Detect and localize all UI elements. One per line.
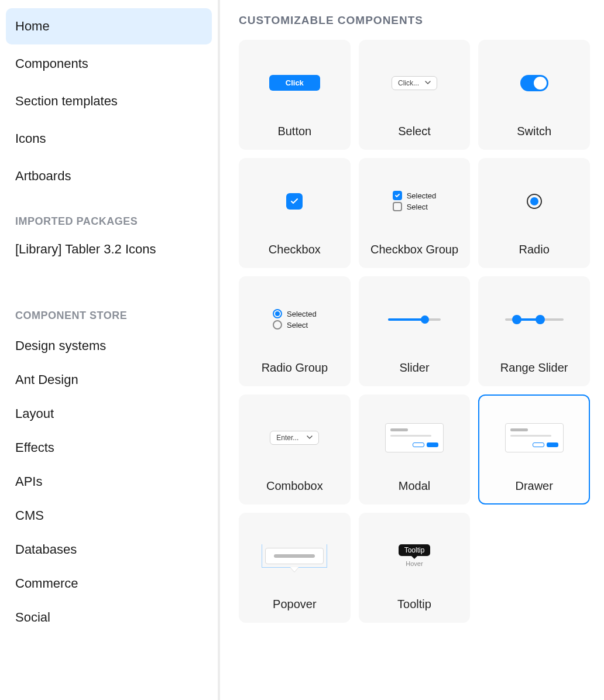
store-label: Ant Design [15, 372, 78, 387]
preview-select-text: Click... [398, 79, 419, 87]
modal-icon [385, 423, 444, 452]
component-card-radio-group[interactable]: Selected Select Radio Group [239, 276, 351, 386]
component-card-button[interactable]: Click Button [239, 40, 351, 150]
store-label: Layout [15, 406, 54, 421]
switch-icon [520, 75, 548, 91]
range-slider-icon [505, 318, 564, 321]
tooltip-bubble: Tooltip [399, 544, 431, 556]
card-label: Slider [399, 361, 429, 375]
card-label: Button [277, 125, 311, 138]
preview-tooltip: Tooltip Hover [360, 514, 469, 598]
checkbox-group-icon: Selected Select [393, 189, 437, 213]
store-layout[interactable]: Layout [6, 397, 212, 431]
card-label: Modal [399, 479, 430, 493]
card-label: Combobox [266, 479, 323, 493]
component-card-switch[interactable]: Switch [478, 40, 590, 150]
preview-checkbox [240, 159, 349, 243]
chevron-down-icon [307, 434, 313, 442]
radio-icon [527, 194, 542, 209]
slider-icon [388, 318, 441, 321]
card-label: Switch [517, 125, 551, 138]
nav-label: Artboards [15, 169, 71, 183]
drawer-icon [505, 423, 564, 452]
checkbox-checked-icon [393, 191, 402, 200]
preview-slider [360, 277, 469, 361]
chevron-down-icon [425, 79, 431, 87]
component-card-drawer[interactable]: Drawer [478, 394, 590, 505]
popover-icon [265, 548, 324, 564]
store-label: CMS [15, 508, 44, 523]
preview-combobox: Enter... [240, 396, 349, 479]
radio-unselected-label: Select [287, 321, 308, 330]
component-card-tooltip[interactable]: Tooltip Hover Tooltip [359, 513, 471, 623]
preview-drawer [479, 396, 589, 479]
main-panel: CUSTOMIZABLE COMPONENTS Click Button Cli… [220, 0, 604, 700]
radio-selected-label: Selected [287, 310, 317, 318]
tooltip-icon: Tooltip Hover [399, 544, 431, 567]
card-label: Radio [519, 243, 550, 256]
component-card-popover[interactable]: Popover [239, 513, 351, 623]
checkbox-unselected-label: Select [407, 203, 428, 211]
nav-home[interactable]: Home [6, 8, 212, 44]
preview-popover [240, 514, 349, 598]
radio-unchecked-icon [273, 320, 282, 330]
component-store-heading: COMPONENT STORE [6, 290, 212, 329]
card-label: Drawer [515, 479, 552, 493]
checkbox-selected-label: Selected [407, 191, 437, 200]
store-label: Social [15, 610, 50, 624]
store-label: Effects [15, 440, 54, 455]
preview-combo-text: Enter... [276, 434, 298, 442]
store-databases[interactable]: Databases [6, 533, 212, 567]
card-label: Checkbox [269, 243, 321, 256]
store-design-systems[interactable]: Design systems [6, 329, 212, 363]
card-label: Select [398, 125, 431, 138]
store-label: APIs [15, 474, 42, 489]
nav-components[interactable]: Components [6, 46, 212, 82]
tooltip-hover-label: Hover [406, 560, 423, 567]
nav-section-templates[interactable]: Section templates [6, 83, 212, 119]
store-ant-design[interactable]: Ant Design [6, 363, 212, 397]
nav-label: Icons [15, 131, 46, 146]
card-label: Radio Group [262, 361, 328, 375]
imported-packages-heading: IMPORTED PACKAGES [6, 195, 212, 235]
card-label: Tooltip [397, 598, 431, 611]
component-card-slider[interactable]: Slider [359, 276, 471, 386]
checkbox-unchecked-icon [393, 202, 402, 211]
nav-label: Home [15, 19, 50, 33]
sidebar: Home Components Section templates Icons … [0, 0, 220, 700]
store-effects[interactable]: Effects [6, 431, 212, 465]
preview-range-slider [479, 277, 589, 361]
preview-radio-group: Selected Select [240, 277, 349, 361]
card-label: Range Slider [500, 361, 568, 375]
component-card-range-slider[interactable]: Range Slider [478, 276, 590, 386]
preview-select-box: Click... [392, 76, 437, 90]
store-commerce[interactable]: Commerce [6, 567, 212, 601]
store-label: Databases [15, 542, 77, 557]
store-label: Commerce [15, 576, 78, 591]
card-label: Checkbox Group [370, 243, 458, 256]
store-apis[interactable]: APIs [6, 465, 212, 499]
nav-artboards[interactable]: Artboards [6, 158, 212, 194]
nav-icons[interactable]: Icons [6, 121, 212, 157]
component-card-select[interactable]: Click... Select [359, 40, 471, 150]
nav-label: Components [15, 56, 88, 71]
nav-label: Section templates [15, 94, 118, 108]
store-social[interactable]: Social [6, 601, 212, 634]
component-card-modal[interactable]: Modal [359, 394, 471, 505]
radio-checked-icon [273, 309, 282, 318]
radio-group-icon: Selected Select [273, 307, 317, 331]
component-card-checkbox-group[interactable]: Selected Select Checkbox Group [359, 158, 471, 268]
store-cms[interactable]: CMS [6, 499, 212, 533]
component-card-checkbox[interactable]: Checkbox [239, 158, 351, 268]
combobox-icon: Enter... [270, 431, 319, 445]
customizable-components-heading: CUSTOMIZABLE COMPONENTS [239, 14, 590, 27]
component-card-radio[interactable]: Radio [478, 158, 590, 268]
preview-select: Click... [360, 41, 469, 125]
store-label: Design systems [15, 338, 106, 353]
preview-button: Click [240, 41, 349, 125]
package-tabler-icons[interactable]: [Library] Tabler 3.2 Icons [6, 235, 212, 264]
preview-radio [479, 159, 589, 243]
component-card-combobox[interactable]: Enter... Combobox [239, 394, 351, 505]
package-label: [Library] Tabler 3.2 Icons [15, 242, 156, 256]
preview-switch [479, 41, 589, 125]
